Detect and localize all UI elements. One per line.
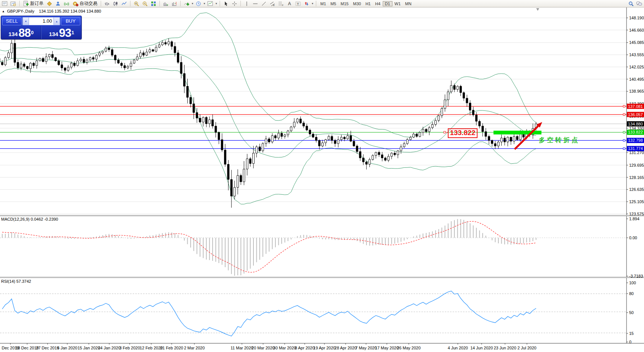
price-annotation-label[interactable]: 133.822 — [448, 128, 478, 138]
autotrading-button[interactable]: 自动交易 — [71, 0, 99, 7]
zoom-out-icon[interactable] — [141, 0, 149, 7]
svg-text:17 May 2020: 17 May 2020 — [375, 346, 399, 350]
new-order-button[interactable]: 新订单 — [22, 0, 45, 7]
template-dropdown-icon[interactable]: ▾ — [215, 2, 218, 5]
timeframe-m15[interactable]: M15 — [339, 1, 351, 6]
svg-text:23 Jun 2020: 23 Jun 2020 — [494, 346, 517, 350]
chart-shift-icon[interactable] — [170, 0, 178, 7]
svg-text:80: 80 — [629, 291, 634, 296]
rsi-indicator-label: RSI(14) 57.3742 — [1, 279, 31, 284]
svg-text:21 Feb 2020: 21 Feb 2020 — [160, 346, 183, 350]
timeframe-m5[interactable]: M5 — [328, 1, 338, 6]
symbol-title: GBPJPY-,Daily — [7, 9, 35, 13]
chart-canvas[interactable]: 148.190146.660145.085143.555142.025140.4… — [0, 0, 644, 352]
bar-chart-icon[interactable] — [103, 0, 111, 7]
arrows-dropdown-icon[interactable]: ▾ — [311, 2, 314, 5]
timeframe-mn[interactable]: MN — [403, 1, 414, 6]
buy-button[interactable]: BUY — [61, 17, 80, 25]
charts-window-icon[interactable] — [1, 0, 9, 7]
toolbar-separator — [101, 1, 101, 6]
svg-text:28 Apr 2020: 28 Apr 2020 — [334, 346, 356, 350]
svg-text:148.190: 148.190 — [629, 16, 644, 20]
svg-text:30 Mar 2020: 30 Mar 2020 — [273, 346, 296, 350]
volume-up-button[interactable]: ▲ — [54, 17, 60, 25]
cursor-icon[interactable] — [222, 0, 230, 7]
volume-stepper: ▼ 1.00 ▲ — [22, 17, 60, 25]
volume-down-button[interactable]: ▼ — [23, 17, 29, 25]
navigator-icon[interactable] — [54, 0, 62, 7]
svg-text:6 Jan 2020: 6 Jan 2020 — [57, 346, 77, 350]
svg-text:146.660: 146.660 — [629, 28, 644, 32]
market-watch-icon[interactable] — [45, 0, 54, 7]
timeframe-h1[interactable]: H1 — [363, 1, 373, 6]
svg-text:50: 50 — [629, 310, 634, 315]
toolbar-separator — [19, 1, 20, 6]
symbol-info-line: ▲ GBPJPY-,Daily 134.116 135.392 134.094 … — [2, 9, 101, 13]
svg-text:4 Jun 2020: 4 Jun 2020 — [448, 346, 468, 350]
toolbar-separator — [159, 1, 160, 6]
svg-text:7 May 2020: 7 May 2020 — [355, 346, 376, 350]
vertical-line-icon[interactable] — [243, 0, 251, 7]
svg-text:F: F — [282, 4, 284, 6]
signals-icon[interactable] — [62, 0, 71, 7]
svg-text:18 Dec 2019: 18 Dec 2019 — [16, 346, 39, 350]
chat-icon[interactable] — [635, 0, 643, 7]
buy-price[interactable]: 134931 — [41, 26, 81, 39]
volume-value[interactable]: 1.00 — [29, 17, 54, 25]
arrows-tool-icon[interactable] — [302, 0, 311, 7]
text-label-tool-icon[interactable]: T — [294, 0, 302, 7]
candlestick-icon[interactable] — [111, 0, 120, 7]
support-zone-rect[interactable] — [493, 131, 541, 134]
trendline-icon[interactable] — [260, 0, 268, 7]
new-order-label: 新订单 — [30, 0, 43, 7]
indicators-dropdown-icon[interactable]: ▾ — [191, 2, 194, 5]
fibonacci-icon[interactable]: F — [277, 0, 285, 7]
svg-text:15: 15 — [629, 331, 634, 336]
tile-windows-icon[interactable] — [149, 0, 158, 7]
timeframe-h4[interactable]: H4 — [373, 1, 382, 6]
svg-text:19 Apr 2020: 19 Apr 2020 — [313, 346, 335, 350]
svg-text:3 Feb 2020: 3 Feb 2020 — [119, 346, 140, 350]
svg-text:11 Mar 2020: 11 Mar 2020 — [231, 346, 253, 350]
horizontal-line-icon[interactable] — [251, 0, 259, 7]
new-order-icon — [23, 1, 29, 7]
timeframe-d1[interactable]: D1 — [383, 1, 392, 6]
svg-text:125.105: 125.105 — [629, 199, 644, 204]
svg-text:8 Apr 2020: 8 Apr 2020 — [295, 346, 314, 350]
line-chart-icon[interactable] — [120, 0, 128, 7]
zoom-in-icon[interactable] — [132, 0, 140, 7]
svg-text:129.695: 129.695 — [629, 163, 644, 167]
svg-text:137.081: 137.081 — [628, 104, 643, 109]
search-icon[interactable] — [627, 0, 635, 7]
svg-text:26 May 2020: 26 May 2020 — [397, 346, 421, 350]
main-toolbar: 新订单 自动交易 ▾ ▾ ▾ E F A T ▾ M1M5M15M30H1H4D… — [0, 0, 644, 7]
toolbar-separator — [240, 1, 241, 6]
svg-text:T: T — [297, 2, 299, 6]
crosshair-icon[interactable] — [230, 0, 239, 7]
sell-button[interactable]: SELL — [2, 17, 22, 25]
svg-text:143.555: 143.555 — [629, 52, 644, 57]
timeframe-m30[interactable]: M30 — [351, 1, 363, 6]
chinese-annotation[interactable]: 多空转折点 — [539, 136, 580, 144]
svg-text:A: A — [288, 1, 291, 6]
period-dropdown-icon[interactable]: ▾ — [203, 2, 206, 5]
svg-text:134.880: 134.880 — [628, 122, 643, 126]
profiles-icon[interactable] — [9, 0, 17, 7]
svg-text:138.965: 138.965 — [629, 89, 644, 93]
auto-scroll-icon[interactable] — [162, 0, 170, 7]
svg-text:2 Mar 2020: 2 Mar 2020 — [184, 346, 205, 350]
clock-icon[interactable] — [194, 0, 203, 7]
toolbar-separator — [220, 1, 220, 6]
svg-text:-3.7183: -3.7183 — [629, 274, 643, 278]
collapse-panel-icon[interactable]: ▲ — [2, 10, 5, 13]
template-icon[interactable] — [206, 0, 214, 7]
svg-text:136.057: 136.057 — [628, 112, 643, 117]
svg-text:14 Jun 2020: 14 Jun 2020 — [470, 346, 493, 350]
channel-icon[interactable]: E — [268, 0, 276, 7]
autotrading-label: 自动交易 — [80, 0, 97, 7]
timeframe-w1[interactable]: W1 — [392, 1, 403, 6]
timeframe-m1[interactable]: M1 — [318, 1, 328, 6]
text-tool-icon[interactable]: A — [285, 0, 294, 7]
indicators-icon[interactable] — [182, 0, 191, 7]
sell-price[interactable]: 134880 — [1, 26, 41, 39]
